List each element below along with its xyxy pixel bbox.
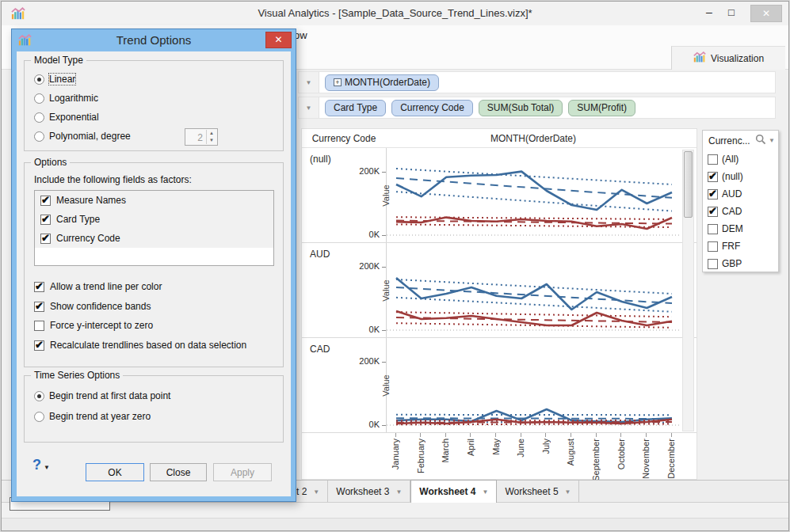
shelf-dropdown-button[interactable]: ▼: [299, 72, 319, 93]
chart-header: Currency Code MONTH(OrderDate): [302, 129, 696, 148]
spin-up-icon[interactable]: ▲: [207, 130, 216, 137]
radio-icon[interactable]: [34, 131, 44, 142]
chevron-down-icon[interactable]: ▼: [769, 137, 775, 144]
window-title: Visual Analytics - [Sample_Data_Source_T…: [2, 2, 788, 25]
dialog-body: Model Type Linear Logarithmic Exponentia…: [17, 51, 291, 496]
radio-icon[interactable]: [34, 74, 44, 85]
columns-shelf: ▼ + MONTH(OrderDate): [298, 71, 776, 93]
close-button[interactable]: Close: [150, 463, 207, 481]
y-axis-label: Value: [380, 374, 390, 396]
shelf-dropdown-button[interactable]: ▼: [299, 97, 319, 118]
checkbox[interactable]: [40, 215, 51, 225]
radio-logarithmic[interactable]: Logarithmic: [34, 93, 98, 104]
search-icon[interactable]: [755, 134, 766, 147]
filter-item-all[interactable]: (All): [703, 150, 778, 168]
status-bar: [2, 502, 788, 518]
visualization-chart-icon: [693, 51, 706, 66]
factor-currency-code[interactable]: Currency Code: [35, 229, 273, 248]
radio-icon[interactable]: [34, 112, 44, 123]
pill-currency-code[interactable]: Currency Code: [391, 100, 473, 116]
checkbox-recalculate-trendlines[interactable]: Recalculate trendlines based on data sel…: [34, 340, 246, 351]
checkbox-confidence-bands[interactable]: Show confidence bands: [34, 301, 151, 312]
pill-card-type[interactable]: Card Type: [325, 100, 386, 116]
window-bottom-band: [2, 518, 788, 531]
trend-lines-chart: Currency Code MONTH(OrderDate) (null) Va…: [301, 128, 697, 480]
plot-area[interactable]: [386, 148, 681, 242]
checkbox[interactable]: [40, 234, 51, 244]
factors-caption: Include the following fields as factors:: [34, 174, 192, 185]
tab-visualization[interactable]: Visualization: [671, 46, 785, 70]
checkbox[interactable]: [34, 282, 44, 292]
factors-listbox[interactable]: Measure Names Card Type Currency Code: [34, 190, 274, 266]
chevron-down-icon[interactable]: ▼: [395, 488, 402, 496]
visualization-tab-label: Visualization: [711, 53, 764, 64]
checkbox[interactable]: [708, 172, 718, 182]
dialog-close-button[interactable]: ✕: [265, 32, 292, 48]
checkbox[interactable]: [708, 154, 718, 165]
y-tick-0k: 0K: [369, 230, 380, 239]
radio-linear[interactable]: Linear: [34, 74, 75, 85]
checkbox[interactable]: [40, 196, 51, 206]
filter-item-frf[interactable]: FRF: [703, 238, 778, 255]
checkbox-trend-line-per-color[interactable]: Allow a trend line per color: [34, 281, 162, 292]
checkbox[interactable]: [708, 241, 718, 252]
checkbox-force-y-intercept[interactable]: Force y-intercept to zero: [34, 320, 153, 331]
chevron-down-icon[interactable]: ▼: [313, 488, 319, 496]
radio-begin-year-zero[interactable]: Begin trend at year zero: [34, 411, 151, 422]
y-tick-0k: 0K: [369, 325, 380, 334]
checkbox[interactable]: [34, 302, 44, 312]
tab-worksheet-4[interactable]: Worksheet 4 ▼: [410, 480, 497, 503]
degree-spinner[interactable]: 2 ▲ ▼: [185, 128, 218, 146]
spin-down-icon[interactable]: ▼: [207, 137, 216, 144]
chevron-down-icon[interactable]: ▼: [482, 488, 488, 496]
checkbox[interactable]: [34, 340, 44, 351]
plot-area[interactable]: [386, 243, 681, 337]
ok-button[interactable]: OK: [86, 463, 144, 481]
chart-panel-cad: CAD Value 200K 0K: [302, 338, 696, 433]
checkbox[interactable]: [708, 189, 718, 200]
filter-item-gbp[interactable]: GBP: [703, 255, 778, 272]
plot-area[interactable]: [386, 338, 681, 432]
checkbox[interactable]: [34, 321, 44, 331]
options-group: Options Include the following fields as …: [24, 162, 284, 367]
tab-worksheet-3[interactable]: Worksheet 3 ▼: [328, 481, 410, 503]
filter-item-null[interactable]: (null): [703, 168, 778, 185]
checkbox[interactable]: [708, 207, 718, 217]
filter-item-cad[interactable]: CAD: [703, 203, 778, 220]
x-axis: JanuaryFebruaryMarchAprilMayJuneJulyAugu…: [302, 433, 696, 479]
time-series-group: Time Series Options Begin trend at first…: [24, 375, 284, 443]
x-tick-november: November: [639, 433, 652, 479]
radio-begin-first-data-point[interactable]: Begin trend at first data point: [34, 390, 170, 401]
radio-exponential[interactable]: Exponential: [34, 112, 99, 123]
checkbox[interactable]: [708, 259, 718, 269]
radio-icon[interactable]: [34, 93, 44, 104]
pill-sum-profit[interactable]: SUM(Profit): [568, 100, 635, 116]
y-tick-200k: 200K: [359, 356, 380, 366]
y-tick-0k: 0K: [369, 420, 380, 429]
pill-sum-sub-total[interactable]: SUM(Sub Total): [479, 100, 563, 116]
filter-item-aud[interactable]: AUD: [703, 185, 778, 203]
expand-icon[interactable]: +: [334, 78, 342, 86]
radio-polynomial[interactable]: Polynomial, degree: [34, 131, 131, 142]
currency-filter-panel: Currenc... ▼ (All) (null) AUD CAD: [702, 130, 779, 272]
close-window-button[interactable]: ✕: [750, 5, 782, 22]
filter-item-dem[interactable]: DEM: [703, 220, 778, 238]
factor-card-type[interactable]: Card Type: [35, 210, 273, 229]
tab-worksheet-5[interactable]: Worksheet 5 ▼: [497, 481, 579, 503]
apply-button[interactable]: Apply: [213, 463, 272, 481]
app-logo-icon: [11, 6, 25, 24]
help-button[interactable]: ? ▼: [32, 457, 50, 473]
factor-measure-names[interactable]: Measure Names: [35, 191, 273, 210]
chevron-down-icon[interactable]: ▼: [565, 488, 571, 496]
checkbox[interactable]: [708, 224, 718, 234]
maximize-button[interactable]: □: [722, 3, 741, 22]
radio-icon[interactable]: [34, 412, 44, 422]
scrollbar-thumb[interactable]: [684, 151, 693, 218]
dialog-titlebar[interactable]: Trend Options ✕: [12, 29, 296, 51]
pill-month-orderdate[interactable]: + MONTH(OrderDate): [325, 74, 439, 91]
app-window: Visual Analytics - [Sample_Data_Source_T…: [1, 1, 789, 531]
minimize-button[interactable]: –: [700, 3, 719, 22]
chart-vertical-scrollbar[interactable]: [682, 150, 694, 431]
degree-value: 2: [197, 132, 203, 143]
radio-icon[interactable]: [34, 391, 44, 401]
